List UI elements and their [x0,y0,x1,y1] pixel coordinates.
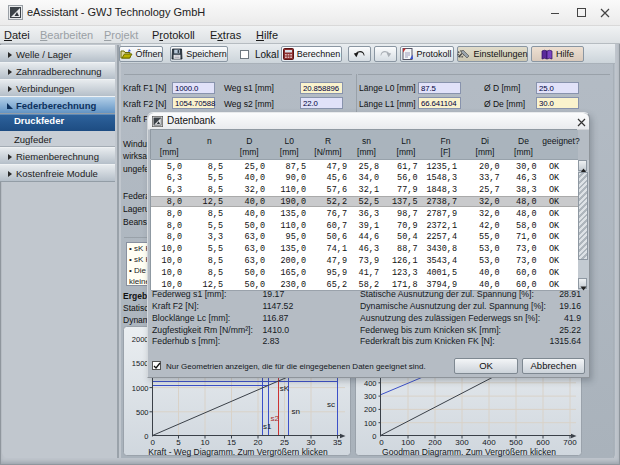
svg-text:300: 300 [455,438,469,447]
svg-text:400: 400 [482,438,496,447]
svg-text:500: 500 [136,408,149,417]
svg-text:35: 35 [333,438,342,447]
svg-text:10: 10 [201,438,210,447]
svg-text:600: 600 [536,438,550,447]
svg-text:sc: sc [327,400,335,409]
svg-text:200: 200 [364,405,377,414]
svg-text:700: 700 [563,438,577,447]
svg-text:s1: s1 [263,422,272,431]
svg-text:0: 0 [150,438,155,447]
svg-text:200: 200 [428,438,442,447]
svg-text:100: 100 [364,419,377,428]
svg-text:0: 0 [144,432,148,441]
svg-text:2000: 2000 [132,335,149,344]
svg-text:25: 25 [280,438,289,447]
svg-text:0: 0 [379,438,384,447]
svg-text:400: 400 [364,379,377,388]
svg-text:500: 500 [509,438,523,447]
svg-text:sK: sK [280,384,290,393]
svg-text:0: 0 [372,432,376,441]
svg-text:15: 15 [227,438,236,447]
svg-text:20: 20 [254,438,263,447]
svg-text:300: 300 [364,392,377,401]
svg-text:s2: s2 [271,414,280,423]
svg-text:100: 100 [401,438,415,447]
svg-text:1500: 1500 [132,359,149,368]
svg-text:5: 5 [176,438,181,447]
svg-text:1000: 1000 [132,384,149,393]
svg-text:sn: sn [292,407,300,416]
svg-text:30: 30 [307,438,316,447]
